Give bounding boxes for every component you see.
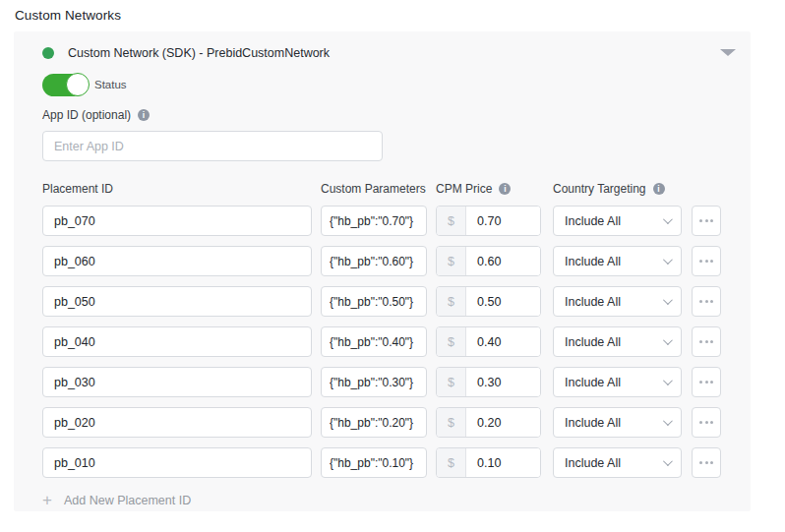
row-options-button[interactable] [692,447,721,478]
ellipsis-icon [699,260,702,263]
currency-symbol: $ [437,247,466,275]
country-targeting-select[interactable]: Include All [553,326,682,357]
cpm-price-input[interactable] [466,247,540,275]
country-targeting-select[interactable]: Include All [553,447,682,478]
cpm-price-input[interactable] [466,207,540,235]
ellipsis-icon [705,219,708,222]
placement-row: $ Include All [42,246,723,276]
ellipsis-icon [705,260,708,263]
network-status-dot-icon [42,47,54,59]
add-new-placement-label: Add New Placement ID [64,494,191,507]
custom-parameters-input[interactable] [321,326,427,357]
currency-symbol: $ [437,327,466,356]
app-id-label-row: App ID (optional) i [42,108,723,122]
chevron-down-icon [663,295,673,305]
placement-id-input[interactable] [42,206,312,236]
row-options-button[interactable] [692,326,721,357]
ellipsis-icon [699,340,702,343]
placement-id-input[interactable] [42,326,312,357]
chevron-down-icon [663,214,673,224]
ellipsis-icon [710,461,713,464]
custom-parameters-input[interactable] [321,407,427,438]
custom-parameters-input[interactable] [321,367,427,397]
placement-id-header-label: Placement ID [42,182,113,196]
custom-parameters-input[interactable] [321,447,427,478]
placement-row: $ Include All [42,286,723,317]
chevron-down-icon [663,255,673,265]
placement-row: $ Include All [42,447,723,478]
country-targeting-select[interactable]: Include All [553,286,682,317]
country-targeting-select[interactable]: Include All [553,206,682,236]
ellipsis-icon [705,300,708,303]
row-options-button[interactable] [692,206,721,236]
ellipsis-icon [705,381,708,384]
network-title: Custom Network (SDK) - PrebidCustomNetwo… [68,46,330,60]
row-options-button[interactable] [692,367,721,397]
custom-parameters-input[interactable] [321,246,427,276]
currency-symbol: $ [437,448,466,477]
ellipsis-icon [699,461,702,464]
page-title: Custom Networks [15,8,121,23]
plus-icon: + [42,493,52,508]
country-targeting-value: Include All [565,295,621,309]
currency-symbol: $ [437,287,466,316]
network-header: Custom Network (SDK) - PrebidCustomNetwo… [42,42,723,64]
custom-parameters-input[interactable] [321,206,427,236]
cpm-price-input[interactable] [466,327,540,356]
placement-id-input[interactable] [42,447,312,478]
app-id-label: App ID (optional) [42,108,131,122]
country-targeting-info-icon[interactable]: i [653,183,665,195]
custom-parameters-header-label: Custom Parameters [321,182,426,196]
custom-parameters-input[interactable] [321,286,427,317]
cpm-price-input[interactable] [466,448,540,477]
cpm-price-field: $ [436,447,541,478]
country-targeting-column-header: Country Targeting i [553,182,723,196]
custom-parameters-column-header: Custom Parameters [321,182,436,196]
row-options-button[interactable] [692,286,721,317]
placement-id-input[interactable] [42,407,312,438]
chevron-down-icon [663,335,673,345]
cpm-price-header-label: CPM Price [436,182,492,196]
add-new-placement-button[interactable]: + Add New Placement ID [42,493,723,508]
app-id-info-icon[interactable]: i [138,109,150,121]
country-targeting-value: Include All [565,416,621,430]
cpm-price-input[interactable] [466,368,540,396]
chevron-down-icon [663,416,673,426]
status-toggle-knob [66,73,90,96]
row-options-button[interactable] [692,407,721,438]
cpm-price-input[interactable] [466,408,540,437]
ellipsis-icon [710,300,713,303]
row-options-button[interactable] [692,246,721,276]
cpm-price-info-icon[interactable]: i [499,183,511,195]
country-targeting-value: Include All [565,335,621,349]
country-targeting-select[interactable]: Include All [553,367,682,397]
placement-id-input[interactable] [42,246,312,276]
ellipsis-icon [710,340,713,343]
app-id-input[interactable] [42,131,383,161]
country-targeting-select[interactable]: Include All [553,246,682,276]
ellipsis-icon [699,381,702,384]
placement-id-input[interactable] [42,286,312,317]
status-toggle[interactable] [42,74,88,96]
placement-id-input[interactable] [42,367,312,397]
currency-symbol: $ [437,207,466,235]
cpm-price-field: $ [436,407,541,438]
chevron-down-icon [663,456,673,466]
cpm-price-field: $ [436,286,541,317]
country-targeting-value: Include All [565,255,621,268]
placement-id-column-header: Placement ID [42,182,321,196]
country-targeting-value: Include All [565,456,621,470]
ellipsis-icon [699,421,702,424]
country-targeting-select[interactable]: Include All [553,407,682,438]
ellipsis-icon [705,421,708,424]
country-targeting-value: Include All [565,376,621,389]
collapse-chevron-icon[interactable] [720,49,736,56]
cpm-price-field: $ [436,367,541,397]
cpm-price-input[interactable] [466,287,540,316]
ellipsis-icon [699,219,702,222]
ellipsis-icon [710,260,713,263]
chevron-down-icon [663,376,673,385]
placements-rows: $ Include All $ [42,206,723,478]
placement-row: $ Include All [42,326,723,357]
ellipsis-icon [705,461,708,464]
